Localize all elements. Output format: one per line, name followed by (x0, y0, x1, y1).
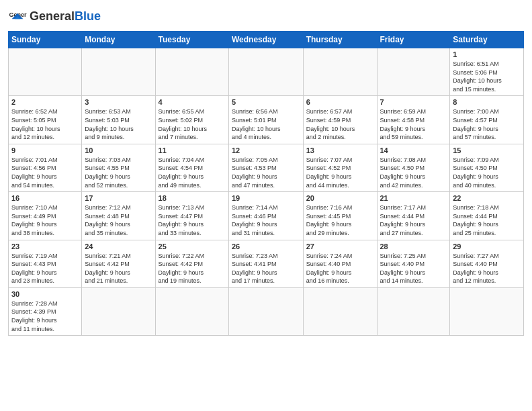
day-number: 1 (453, 50, 521, 58)
logo-text: GeneralBlue (30, 10, 101, 22)
day-number: 28 (380, 242, 447, 250)
calendar-cell: 29Sunrise: 7:27 AM Sunset: 4:40 PM Dayli… (450, 240, 524, 287)
calendar-cell (303, 287, 377, 335)
day-info: Sunrise: 7:21 AM Sunset: 4:42 PM Dayligh… (85, 252, 152, 285)
day-number: 6 (306, 98, 374, 106)
calendar-cell: 10Sunrise: 7:03 AM Sunset: 4:55 PM Dayli… (82, 144, 155, 191)
calendar-cell: 6Sunrise: 6:57 AM Sunset: 4:59 PM Daylig… (303, 96, 377, 144)
day-number: 18 (159, 194, 226, 202)
calendar-cell (450, 287, 524, 335)
day-info: Sunrise: 7:04 AM Sunset: 4:54 PM Dayligh… (159, 156, 226, 189)
day-info: Sunrise: 7:28 AM Sunset: 4:39 PM Dayligh… (11, 300, 79, 333)
day-number: 22 (453, 194, 521, 202)
calendar-cell: 3Sunrise: 6:53 AM Sunset: 5:03 PM Daylig… (82, 96, 155, 144)
calendar-cell: 7Sunrise: 6:59 AM Sunset: 4:58 PM Daylig… (377, 96, 450, 144)
calendar-cell (82, 48, 155, 96)
day-number: 7 (380, 98, 447, 106)
header-area: General GeneralBlue (8, 7, 524, 26)
day-info: Sunrise: 7:25 AM Sunset: 4:40 PM Dayligh… (380, 252, 447, 285)
day-number: 10 (85, 146, 152, 154)
day-info: Sunrise: 7:08 AM Sunset: 4:50 PM Dayligh… (380, 156, 447, 189)
day-number: 14 (380, 146, 447, 154)
calendar-cell: 9Sunrise: 7:01 AM Sunset: 4:56 PM Daylig… (9, 144, 82, 191)
day-number: 19 (232, 194, 300, 202)
day-number: 9 (11, 146, 79, 154)
calendar-cell: 11Sunrise: 7:04 AM Sunset: 4:54 PM Dayli… (155, 144, 228, 191)
day-number: 30 (11, 290, 79, 298)
calendar-cell (9, 48, 82, 96)
day-number: 2 (11, 98, 79, 106)
calendar-week-row: 16Sunrise: 7:10 AM Sunset: 4:49 PM Dayli… (9, 192, 524, 240)
calendar-week-row: 23Sunrise: 7:19 AM Sunset: 4:43 PM Dayli… (9, 240, 524, 287)
calendar-cell (229, 287, 304, 335)
calendar-cell: 13Sunrise: 7:07 AM Sunset: 4:52 PM Dayli… (303, 144, 377, 191)
day-info: Sunrise: 7:07 AM Sunset: 4:52 PM Dayligh… (306, 156, 374, 189)
calendar-cell: 28Sunrise: 7:25 AM Sunset: 4:40 PM Dayli… (377, 240, 450, 287)
calendar-table: Sunday Monday Tuesday Wednesday Thursday… (8, 31, 524, 336)
calendar-cell: 22Sunrise: 7:18 AM Sunset: 4:44 PM Dayli… (450, 192, 524, 240)
calendar-cell (155, 48, 228, 96)
calendar-cell: 4Sunrise: 6:55 AM Sunset: 5:02 PM Daylig… (155, 96, 228, 144)
day-number: 17 (85, 194, 152, 202)
day-number: 12 (232, 146, 300, 154)
calendar-cell: 21Sunrise: 7:17 AM Sunset: 4:44 PM Dayli… (377, 192, 450, 240)
day-number: 4 (159, 98, 226, 106)
header-thursday: Thursday (303, 32, 377, 48)
day-number: 15 (453, 146, 521, 154)
calendar-cell: 14Sunrise: 7:08 AM Sunset: 4:50 PM Dayli… (377, 144, 450, 191)
calendar-week-row: 2Sunrise: 6:52 AM Sunset: 5:05 PM Daylig… (9, 96, 524, 144)
header-saturday: Saturday (450, 32, 524, 48)
calendar-cell (155, 287, 228, 335)
day-number: 11 (159, 146, 226, 154)
day-number: 29 (453, 242, 521, 250)
day-info: Sunrise: 7:19 AM Sunset: 4:43 PM Dayligh… (11, 252, 79, 285)
logo: General GeneralBlue (8, 7, 101, 26)
calendar-cell: 27Sunrise: 7:24 AM Sunset: 4:40 PM Dayli… (303, 240, 377, 287)
header-friday: Friday (377, 32, 450, 48)
day-info: Sunrise: 6:52 AM Sunset: 5:05 PM Dayligh… (11, 107, 79, 141)
day-number: 24 (85, 242, 152, 250)
day-info: Sunrise: 7:16 AM Sunset: 4:45 PM Dayligh… (306, 203, 374, 237)
day-number: 21 (380, 194, 447, 202)
day-info: Sunrise: 7:00 AM Sunset: 4:57 PM Dayligh… (453, 107, 521, 141)
day-number: 20 (306, 194, 374, 202)
day-number: 27 (306, 242, 374, 250)
day-number: 3 (85, 98, 152, 106)
header-wednesday: Wednesday (229, 32, 304, 48)
day-number: 5 (232, 98, 300, 106)
calendar-cell (303, 48, 377, 96)
header-sunday: Sunday (9, 32, 82, 48)
calendar-cell (377, 48, 450, 96)
calendar-cell: 5Sunrise: 6:56 AM Sunset: 5:01 PM Daylig… (229, 96, 304, 144)
calendar-cell (229, 48, 304, 96)
day-info: Sunrise: 6:51 AM Sunset: 5:06 PM Dayligh… (453, 60, 521, 93)
day-info: Sunrise: 7:12 AM Sunset: 4:48 PM Dayligh… (85, 203, 152, 237)
header-tuesday: Tuesday (155, 32, 228, 48)
day-number: 16 (11, 194, 79, 202)
calendar-cell: 1Sunrise: 6:51 AM Sunset: 5:06 PM Daylig… (450, 48, 524, 96)
day-info: Sunrise: 7:05 AM Sunset: 4:53 PM Dayligh… (232, 156, 300, 189)
calendar-cell: 12Sunrise: 7:05 AM Sunset: 4:53 PM Dayli… (229, 144, 304, 191)
calendar-cell: 24Sunrise: 7:21 AM Sunset: 4:42 PM Dayli… (82, 240, 155, 287)
day-info: Sunrise: 6:53 AM Sunset: 5:03 PM Dayligh… (85, 107, 152, 141)
day-info: Sunrise: 7:22 AM Sunset: 4:42 PM Dayligh… (159, 252, 226, 285)
page: General GeneralBlue Sunday Monday Tuesda… (0, 0, 532, 411)
day-info: Sunrise: 7:24 AM Sunset: 4:40 PM Dayligh… (306, 252, 374, 285)
day-number: 25 (159, 242, 226, 250)
day-info: Sunrise: 6:59 AM Sunset: 4:58 PM Dayligh… (380, 107, 447, 141)
calendar-cell: 16Sunrise: 7:10 AM Sunset: 4:49 PM Dayli… (9, 192, 82, 240)
day-number: 26 (232, 242, 300, 250)
day-info: Sunrise: 7:10 AM Sunset: 4:49 PM Dayligh… (11, 203, 79, 237)
day-info: Sunrise: 7:14 AM Sunset: 4:46 PM Dayligh… (232, 203, 300, 237)
calendar-cell: 15Sunrise: 7:09 AM Sunset: 4:50 PM Dayli… (450, 144, 524, 191)
day-info: Sunrise: 7:09 AM Sunset: 4:50 PM Dayligh… (453, 156, 521, 189)
day-number: 23 (11, 242, 79, 250)
day-info: Sunrise: 7:23 AM Sunset: 4:41 PM Dayligh… (232, 252, 300, 285)
calendar-cell: 23Sunrise: 7:19 AM Sunset: 4:43 PM Dayli… (9, 240, 82, 287)
day-info: Sunrise: 7:01 AM Sunset: 4:56 PM Dayligh… (11, 156, 79, 189)
calendar-cell: 30Sunrise: 7:28 AM Sunset: 4:39 PM Dayli… (9, 287, 82, 335)
calendar-week-row: 1Sunrise: 6:51 AM Sunset: 5:06 PM Daylig… (9, 48, 524, 96)
calendar-cell: 25Sunrise: 7:22 AM Sunset: 4:42 PM Dayli… (155, 240, 228, 287)
calendar-week-row: 9Sunrise: 7:01 AM Sunset: 4:56 PM Daylig… (9, 144, 524, 191)
header-monday: Monday (82, 32, 155, 48)
